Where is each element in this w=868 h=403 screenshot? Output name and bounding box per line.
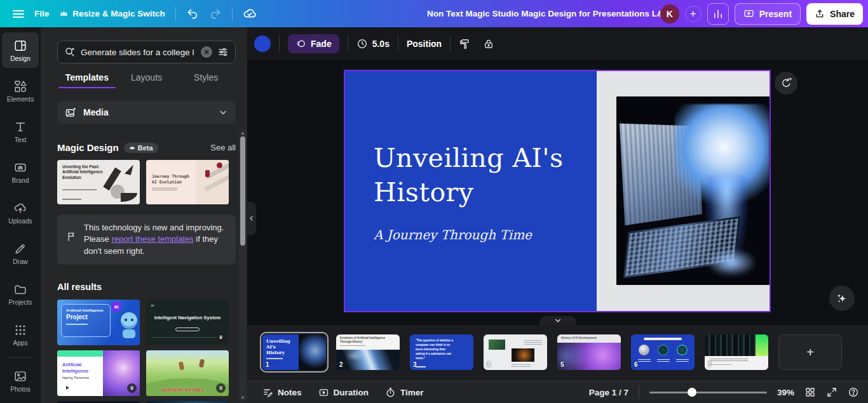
regenerate-button[interactable] bbox=[775, 72, 797, 95]
share-icon bbox=[815, 9, 825, 19]
thumb-art bbox=[639, 345, 649, 355]
menu-icon[interactable] bbox=[13, 10, 24, 18]
panel-collapse-button[interactable] bbox=[247, 202, 256, 235]
slide-subtitle[interactable]: A Journey Through Time bbox=[374, 227, 532, 242]
divider bbox=[639, 386, 639, 399]
magic-template-card[interactable]: Journey Through AI Evolution bbox=[146, 160, 229, 204]
thumb-art bbox=[676, 358, 689, 362]
report-templates-link[interactable]: report these templates bbox=[111, 234, 193, 244]
clear-search-icon[interactable]: ✕ bbox=[201, 46, 212, 58]
magic-template-card[interactable]: Unveiling the Past: Artificial Intellige… bbox=[57, 160, 140, 204]
thumb-art bbox=[658, 345, 668, 355]
magic-design-cards: Unveiling the Past: Artificial Intellige… bbox=[57, 160, 236, 204]
zoom-slider[interactable] bbox=[649, 392, 767, 393]
tab-layouts[interactable]: Layouts bbox=[117, 72, 177, 88]
undo-icon[interactable] bbox=[186, 8, 199, 20]
sidebar-item-apps[interactable]: Apps bbox=[2, 317, 39, 352]
search-input[interactable] bbox=[81, 48, 196, 57]
slide-thumbnail-7[interactable]: 7 bbox=[705, 334, 768, 370]
sidebar-item-photos[interactable]: Photos bbox=[2, 363, 39, 399]
insights-button[interactable] bbox=[707, 3, 729, 25]
avatar[interactable]: K bbox=[660, 4, 679, 23]
sidebar-item-brand[interactable]: Brand bbox=[2, 154, 39, 190]
thumb-art: Evolution of Artificial Intelligence Thr… bbox=[336, 334, 400, 350]
slide-thumbnail-5[interactable]: History of AI Development 5 bbox=[557, 334, 621, 370]
transition-button[interactable]: Fade bbox=[288, 34, 339, 53]
template-result-card[interactable]: ∞ Intelligent Navigation System ♛ bbox=[146, 300, 229, 345]
copy-style-icon[interactable] bbox=[459, 38, 471, 50]
page-indicator[interactable]: Page 1 / 7 bbox=[589, 388, 628, 397]
panel-tabs: Templates Layouts Styles bbox=[57, 72, 236, 88]
template-result-card[interactable]: Artificial Intelligence haping Tomorrow … bbox=[57, 350, 140, 396]
play-icon bbox=[62, 383, 72, 392]
background-color-swatch[interactable] bbox=[254, 36, 271, 52]
status-bar: Notes Duration Timer Page 1 / 7 39% bbox=[247, 381, 868, 403]
share-button[interactable]: Share bbox=[806, 3, 863, 25]
thumb-art bbox=[340, 345, 365, 346]
chevron-left-icon bbox=[248, 215, 255, 221]
divider bbox=[398, 36, 398, 51]
thumb-art bbox=[638, 358, 651, 362]
slide-thumbnail-1[interactable]: Unveiling AI's History 1 bbox=[262, 334, 326, 370]
scrollbar-thumb[interactable] bbox=[240, 136, 245, 246]
see-all-link[interactable]: See all bbox=[210, 143, 236, 152]
scroll-up-icon[interactable]: ▲ bbox=[239, 129, 247, 136]
zoom-level[interactable]: 39% bbox=[777, 388, 794, 397]
thumb-art: Artificial Intelligence Project bbox=[61, 304, 111, 337]
fullscreen-icon[interactable] bbox=[826, 386, 837, 398]
apps-icon bbox=[13, 323, 27, 337]
lock-icon[interactable] bbox=[483, 38, 494, 50]
slide-thumbnail-6[interactable]: 6 bbox=[631, 334, 695, 370]
elements-icon bbox=[13, 79, 27, 93]
slide-thumbnail-4[interactable]: 4 bbox=[484, 334, 547, 370]
media-dropdown[interactable]: Media bbox=[57, 101, 236, 124]
slide-page[interactable]: Unveiling AI'sHistory A Journey Through … bbox=[344, 70, 771, 312]
robot-art bbox=[123, 329, 135, 338]
robot-art bbox=[121, 312, 137, 329]
slide-image[interactable] bbox=[616, 96, 770, 285]
clock-icon bbox=[356, 38, 368, 50]
redo-icon[interactable] bbox=[209, 8, 222, 20]
slide-thumbnail-2[interactable]: Evolution of Artificial Intelligence Thr… bbox=[336, 334, 400, 370]
tab-templates[interactable]: Templates bbox=[57, 72, 117, 88]
zoom-slider-knob[interactable] bbox=[688, 388, 696, 397]
sidebar-item-draw[interactable]: Draw bbox=[2, 235, 39, 271]
thumb-art bbox=[705, 334, 768, 356]
add-page-button[interactable]: + bbox=[778, 334, 842, 370]
filter-icon[interactable] bbox=[217, 46, 229, 58]
tab-styles[interactable]: Styles bbox=[176, 72, 236, 88]
slide-thumbnail-3[interactable]: "The question of whether a computer can … bbox=[410, 334, 473, 370]
file-menu[interactable]: File bbox=[34, 9, 49, 18]
document-title[interactable]: Non Text Magic Studio Magic Design for P… bbox=[427, 0, 669, 27]
sidebar-item-elements[interactable]: Elements bbox=[2, 73, 39, 109]
notes-button[interactable]: Notes bbox=[262, 387, 302, 398]
search-box: ✕ bbox=[57, 41, 236, 63]
slide-title[interactable]: Unveiling AI'sHistory bbox=[374, 141, 564, 209]
notice-text: This technology is new and improving. Pl… bbox=[84, 222, 227, 257]
present-button[interactable]: Present bbox=[735, 3, 801, 25]
thumb-art bbox=[336, 350, 400, 370]
resize-magic-switch-button[interactable]: Resize & Magic Switch bbox=[59, 9, 165, 18]
timer-button[interactable]: Timer bbox=[385, 387, 424, 398]
sidebar-item-text[interactable]: Text bbox=[2, 114, 39, 149]
magic-search-icon bbox=[64, 46, 76, 58]
position-button[interactable]: Position bbox=[407, 39, 442, 49]
template-result-card[interactable]: NURSERY RHYMES ♛ bbox=[146, 350, 229, 396]
scroll-down-icon[interactable]: ▼ bbox=[239, 394, 247, 400]
duration-button[interactable]: 5.0s bbox=[356, 38, 390, 50]
sidebar-item-uploads[interactable]: Uploads bbox=[2, 195, 39, 230]
grid-view-icon[interactable] bbox=[804, 386, 816, 398]
panel-scrollbar[interactable]: ▲ ▼ bbox=[239, 129, 247, 401]
cloud-saved-icon[interactable] bbox=[243, 7, 257, 21]
sidebar-item-projects[interactable]: Projects bbox=[2, 276, 39, 312]
chevron-down-icon bbox=[554, 317, 562, 324]
template-result-card[interactable]: Artificial Intelligence Project AI bbox=[57, 300, 140, 345]
design-panel: ✕ Templates Layouts Styles Media Magic D… bbox=[41, 27, 247, 403]
all-results-heading: All results bbox=[57, 282, 236, 292]
help-icon[interactable] bbox=[848, 386, 859, 398]
sidebar-item-design[interactable]: Design bbox=[2, 32, 39, 68]
filmstrip-collapse-button[interactable] bbox=[539, 316, 576, 325]
magic-assistant-button[interactable] bbox=[829, 286, 855, 311]
duration-button[interactable]: Duration bbox=[318, 387, 369, 398]
add-member-button[interactable]: + bbox=[685, 6, 702, 22]
